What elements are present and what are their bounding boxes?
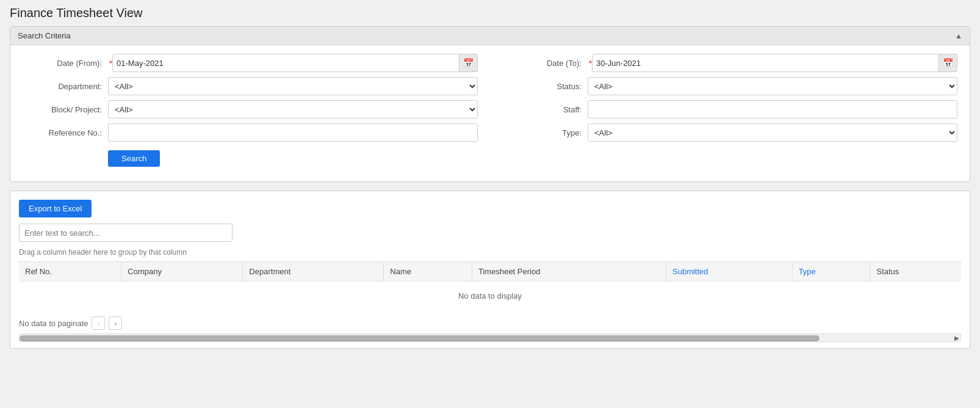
no-data-message: No data to display <box>19 282 961 311</box>
left-column: Date (From):* 📅 Department: <All> Block/… <box>23 54 478 172</box>
reference-no-row: Reference No.: <box>23 123 478 142</box>
scroll-right-icon[interactable]: ▶ <box>954 335 959 341</box>
date-to-calendar-button[interactable]: 📅 <box>939 54 957 72</box>
department-select[interactable]: <All> <box>108 77 478 95</box>
staff-label: Staff: <box>502 105 582 114</box>
right-column: Date (To):* 📅 Status: <All> Staff: <box>502 54 957 172</box>
block-project-row: Block/ Project: <All> <box>23 100 478 118</box>
reference-no-input[interactable] <box>108 123 478 142</box>
no-data-row: No data to display <box>19 282 961 311</box>
export-to-excel-button[interactable]: Export to Excel <box>19 200 92 217</box>
search-criteria-title: Search Criteria <box>18 31 71 40</box>
search-button[interactable]: Search <box>108 150 160 167</box>
table-search-input[interactable] <box>19 224 232 242</box>
pagination-bar: No data to paginate ‹ › <box>19 316 961 330</box>
date-from-calendar-button[interactable]: 📅 <box>459 54 478 72</box>
type-label: Type: <box>502 128 582 137</box>
department-label: Department: <box>23 82 102 91</box>
date-from-row: Date (From):* 📅 <box>23 54 478 72</box>
date-to-row: Date (To):* 📅 <box>502 54 957 72</box>
staff-row: Staff: <box>502 100 957 118</box>
date-from-input[interactable] <box>112 54 459 72</box>
search-button-row: Search <box>23 147 478 167</box>
block-project-select[interactable]: <All> <box>108 100 478 118</box>
col-department[interactable]: Department <box>243 262 384 282</box>
table-header-row: Ref No. Company Department Name Timeshee… <box>19 262 961 282</box>
department-row: Department: <All> <box>23 77 478 95</box>
date-to-label: Date (To): <box>502 59 582 68</box>
date-to-wrapper: 📅 <box>592 54 957 72</box>
table-body: No data to display <box>19 282 961 311</box>
date-to-input[interactable] <box>592 54 939 72</box>
results-table: Ref No. Company Department Name Timeshee… <box>19 261 961 310</box>
drag-hint: Drag a column header here to group by th… <box>19 248 961 257</box>
type-select[interactable]: <All> <box>588 123 957 142</box>
horizontal-scrollbar[interactable]: ◀ ▶ <box>19 333 961 342</box>
date-from-label: Date (From): <box>23 59 102 68</box>
col-ref-no[interactable]: Ref No. <box>19 262 121 282</box>
search-criteria-header: Search Criteria ▲ <box>10 27 970 45</box>
pagination-label: No data to paginate <box>19 319 88 328</box>
search-criteria-panel: Search Criteria ▲ Date (From):* 📅 Depart… <box>10 26 970 182</box>
col-type[interactable]: Type <box>792 262 870 282</box>
date-from-wrapper: 📅 <box>112 54 478 72</box>
col-company[interactable]: Company <box>121 262 243 282</box>
status-row: Status: <All> <box>502 77 957 95</box>
col-name[interactable]: Name <box>384 262 472 282</box>
pagination-next-button[interactable]: › <box>109 316 122 330</box>
block-project-label: Block/ Project: <box>23 105 102 114</box>
status-select[interactable]: <All> <box>588 77 957 95</box>
col-submitted[interactable]: Submitted <box>666 262 793 282</box>
search-criteria-body: Date (From):* 📅 Department: <All> Block/… <box>10 45 970 181</box>
col-timesheet-period[interactable]: Timesheet Period <box>472 262 666 282</box>
scrollbar-thumb[interactable] <box>20 335 820 341</box>
page-title: Finance Timesheet View <box>10 6 970 20</box>
type-row: Type: <All> <box>502 123 957 142</box>
results-panel: Export to Excel Drag a column header her… <box>10 191 970 349</box>
staff-input[interactable] <box>588 100 957 118</box>
pagination-prev-button[interactable]: ‹ <box>92 316 105 330</box>
table-header: Ref No. Company Department Name Timeshee… <box>19 262 961 282</box>
collapse-icon[interactable]: ▲ <box>955 32 962 40</box>
col-status[interactable]: Status <box>870 262 961 282</box>
search-form-grid: Date (From):* 📅 Department: <All> Block/… <box>23 54 957 172</box>
status-label: Status: <box>502 82 582 91</box>
reference-no-label: Reference No.: <box>23 128 102 137</box>
